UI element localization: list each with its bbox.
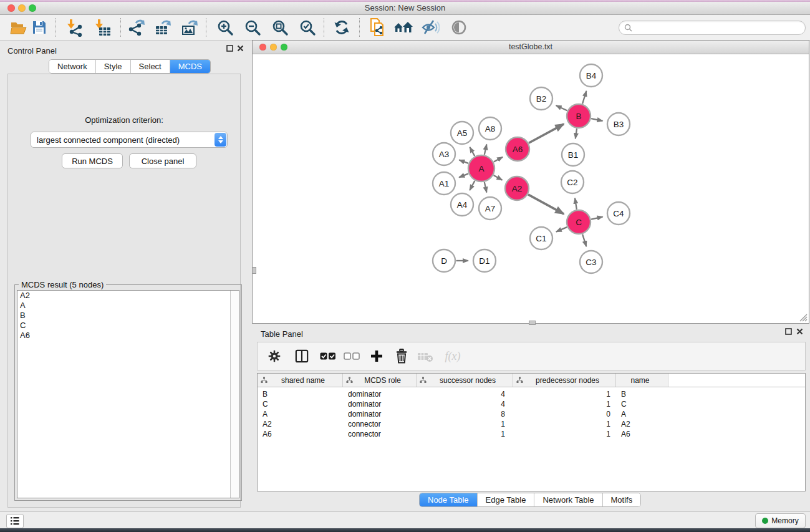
memory-button[interactable]: Memory bbox=[755, 513, 806, 528]
status-bar: Memory bbox=[0, 511, 810, 528]
graph-edge-A-A6[interactable] bbox=[494, 157, 503, 162]
table-cell: 1 bbox=[417, 420, 513, 428]
table-row[interactable]: Adominator80A bbox=[258, 409, 805, 419]
graph-edge-C-C1[interactable] bbox=[556, 227, 567, 232]
table-cell: 4 bbox=[417, 400, 513, 409]
mcds-result-list[interactable]: A2ABCA6 bbox=[17, 290, 239, 498]
hide-selected-icon[interactable] bbox=[420, 18, 440, 37]
tab-network[interactable]: Network bbox=[49, 60, 96, 73]
tab-edge-table[interactable]: Edge Table bbox=[478, 493, 535, 506]
graph-edge-B-B3[interactable] bbox=[591, 118, 602, 121]
table-cell: A2 bbox=[258, 420, 343, 428]
left-resize-handle[interactable] bbox=[252, 267, 256, 274]
tab-style[interactable]: Style bbox=[96, 60, 131, 73]
criterion-select[interactable]: largest connected component (directed) bbox=[31, 132, 228, 148]
graph-node-label-C3: C3 bbox=[586, 258, 596, 267]
graph-node-label-B3: B3 bbox=[614, 120, 624, 129]
desktop-edge bbox=[0, 528, 810, 532]
mcds-result-item[interactable]: B bbox=[17, 311, 239, 321]
tab-mcds[interactable]: MCDS bbox=[170, 60, 210, 73]
window-resize-grip[interactable] bbox=[798, 312, 808, 322]
table-cell: 1 bbox=[417, 430, 513, 438]
save-session-icon[interactable] bbox=[29, 18, 49, 37]
close-panel-button[interactable]: Close panel bbox=[129, 153, 196, 168]
table-row[interactable]: Bdominator41B bbox=[258, 389, 805, 399]
graph-edge-A-A4[interactable] bbox=[470, 181, 475, 190]
table-row[interactable]: A6connector11A6 bbox=[258, 429, 805, 439]
column-header-mcds-role[interactable]: MCDS role bbox=[343, 374, 417, 387]
graph-edge-A-A5[interactable] bbox=[470, 147, 475, 156]
zoom-out-icon[interactable] bbox=[243, 18, 263, 37]
mcds-result-item[interactable]: A bbox=[17, 301, 239, 311]
close-table-panel-icon[interactable] bbox=[796, 327, 804, 336]
minimize-view-button[interactable] bbox=[270, 44, 277, 51]
mcds-result-item[interactable]: A6 bbox=[17, 331, 239, 341]
graph-node-label-A8: A8 bbox=[485, 124, 496, 133]
show-eye-icon[interactable] bbox=[449, 18, 469, 37]
open-file-icon[interactable] bbox=[9, 18, 29, 37]
graph-edge-B-B1[interactable] bbox=[576, 128, 577, 138]
refresh-icon[interactable] bbox=[332, 18, 352, 37]
home-icon[interactable] bbox=[393, 18, 413, 37]
float-panel-icon[interactable] bbox=[226, 44, 234, 52]
graph-edge-C-C2[interactable] bbox=[575, 198, 577, 210]
select-all-icon[interactable] bbox=[319, 347, 337, 365]
table-row[interactable]: Cdominator41C bbox=[258, 399, 805, 409]
graph-edge-A-A3[interactable] bbox=[459, 160, 468, 163]
delete-rows-trash-icon[interactable] bbox=[392, 347, 411, 365]
graph-edge-A-A8[interactable] bbox=[485, 144, 487, 155]
export-table-icon[interactable] bbox=[153, 18, 173, 37]
graph-edge-C-C4[interactable] bbox=[591, 217, 603, 220]
show-columns-icon[interactable] bbox=[292, 347, 311, 365]
minimize-window-button[interactable] bbox=[18, 4, 26, 12]
export-network-icon[interactable] bbox=[127, 18, 147, 37]
tab-network-table[interactable]: Network Table bbox=[534, 493, 602, 506]
graph-edge-A6-B[interactable] bbox=[529, 124, 564, 143]
network-view-title: testGlobe.txt bbox=[253, 41, 809, 54]
tab-motifs[interactable]: Motifs bbox=[603, 493, 641, 506]
zoom-selected-icon[interactable] bbox=[297, 18, 317, 37]
close-view-button[interactable] bbox=[259, 44, 266, 51]
column-header-name[interactable]: name bbox=[616, 374, 668, 387]
close-window-button[interactable] bbox=[7, 4, 15, 12]
deselect-all-icon[interactable] bbox=[342, 347, 361, 365]
export-image-icon[interactable] bbox=[180, 18, 200, 37]
search-box[interactable] bbox=[619, 21, 806, 35]
import-network-icon[interactable] bbox=[65, 18, 85, 37]
new-network-from-selection-icon[interactable] bbox=[368, 18, 388, 37]
import-table-icon[interactable] bbox=[93, 18, 113, 37]
column-header-successor-nodes[interactable]: successor nodes bbox=[417, 374, 513, 387]
zoom-window-button[interactable] bbox=[29, 4, 36, 12]
table-settings-gear-icon[interactable] bbox=[265, 347, 284, 365]
close-panel-icon[interactable] bbox=[236, 44, 244, 52]
graph-edge-A2-C[interactable] bbox=[528, 195, 564, 214]
add-column-icon[interactable] bbox=[367, 347, 386, 365]
table-cell: dominator bbox=[343, 410, 417, 418]
mcds-list-scrollbar[interactable] bbox=[230, 291, 239, 498]
search-input[interactable] bbox=[632, 24, 805, 32]
tab-node-table[interactable]: Node Table bbox=[420, 493, 478, 506]
column-header-shared-name[interactable]: shared name bbox=[258, 374, 343, 387]
mcds-result-item[interactable]: A2 bbox=[17, 291, 239, 301]
tab-select[interactable]: Select bbox=[131, 60, 170, 73]
graph-edge-B-B4[interactable] bbox=[582, 91, 586, 104]
task-history-button[interactable] bbox=[6, 514, 24, 528]
zoom-in-icon[interactable] bbox=[215, 18, 235, 37]
table-cell: A6 bbox=[616, 430, 668, 438]
run-mcds-button[interactable]: Run MCDS bbox=[62, 153, 123, 168]
graph-edge-A-A7[interactable] bbox=[485, 182, 487, 193]
table-row[interactable]: A2connector11A2 bbox=[258, 419, 805, 429]
graph-edge-A-A2[interactable] bbox=[494, 175, 503, 180]
zoom-fit-icon[interactable] bbox=[270, 18, 290, 37]
network-graph[interactable]: AA6A2BCA5A8A3A1A4A7B2B4B3B1C2C4C1C3DD1 bbox=[253, 54, 809, 323]
graph-edge-B-B2[interactable] bbox=[556, 105, 567, 110]
mcds-result-groupbox: MCDS result (5 nodes) A2ABCA6 bbox=[14, 284, 242, 501]
graph-edge-A-A1[interactable] bbox=[459, 173, 468, 177]
table-cell: 1 bbox=[513, 400, 616, 409]
zoom-view-button[interactable] bbox=[281, 44, 287, 51]
graph-edge-C-C3[interactable] bbox=[582, 235, 586, 247]
float-table-panel-icon[interactable] bbox=[784, 327, 793, 336]
mcds-result-item[interactable]: C bbox=[17, 321, 239, 331]
network-view-window: testGlobe.txt AA6A2BCA5A8A3A1A4A7B2B4B3B… bbox=[252, 40, 809, 324]
column-header-predecessor-nodes[interactable]: predecessor nodes bbox=[513, 374, 616, 387]
